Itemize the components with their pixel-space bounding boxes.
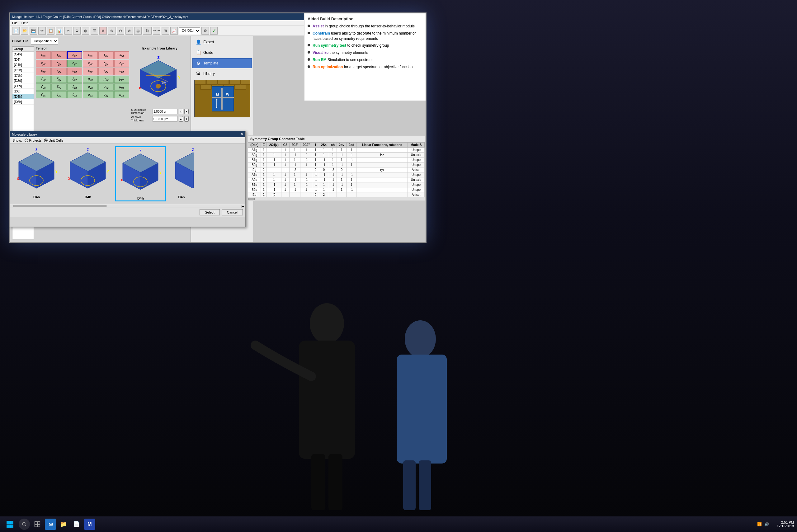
group-item[interactable]: {D6} — [13, 89, 34, 94]
toolbar-settings[interactable]: ⚙ — [73, 27, 81, 35]
tensor-cell: μzy — [98, 91, 113, 98]
expert-icon: 👤 — [195, 39, 202, 45]
toolbar-grid[interactable]: ⊞ — [162, 27, 169, 35]
tensor-cell: εxx — [36, 51, 51, 59]
w-decrement[interactable]: ▼ — [184, 116, 189, 122]
toolbar-sym3[interactable]: ⊙ — [117, 27, 124, 35]
tensor-cell: εxx — [83, 51, 98, 59]
group-item[interactable]: {D6h} — [13, 99, 34, 104]
toolbar-sym5[interactable]: ◎ — [134, 27, 141, 35]
search-button[interactable] — [19, 519, 30, 530]
date-display: 12/13/2018 — [777, 524, 794, 528]
toolbar-sym2[interactable]: ⊕ — [108, 27, 115, 35]
toolbar-copy[interactable]: 📋 — [47, 27, 55, 35]
svg-rect-23 — [221, 88, 223, 110]
scroll-thumb[interactable] — [13, 205, 107, 207]
menu-help[interactable]: Help — [21, 21, 29, 25]
menu-guide[interactable]: 📋 Guide — [192, 48, 252, 58]
template-icon: ⚙ — [195, 60, 202, 66]
select-button[interactable]: Select — [200, 209, 220, 215]
table-row: Eg 2 -22 0-20 (y)Anisot — [248, 168, 425, 172]
clock[interactable]: 2:51 PM 12/13/2018 — [777, 520, 794, 528]
mol-item-3[interactable]: X Y Z D4h — [115, 146, 166, 202]
projects-radio-label[interactable]: Projects — [24, 138, 42, 142]
unit-cells-radio[interactable] — [44, 138, 48, 142]
symmetry-dropdown[interactable]: C4 [001] — [179, 27, 200, 34]
menu-file[interactable]: File — [12, 21, 18, 25]
start-button[interactable] — [3, 517, 17, 531]
visualize-keyword: Visualize — [312, 51, 328, 55]
mol-library-scrollbar[interactable]: ▶ — [10, 204, 245, 208]
unit-cells-label: Unit Cells — [49, 138, 63, 142]
mol-library-close[interactable]: ✕ — [241, 132, 244, 136]
group-item[interactable]: {C4h} — [13, 62, 34, 68]
task-view-button[interactable] — [32, 519, 43, 530]
tensor-cell: εyz — [67, 60, 82, 67]
svg-line-66 — [25, 525, 26, 526]
cancel-button[interactable]: Cancel — [222, 209, 243, 215]
col-linear: Linear Functions, rotations — [357, 142, 408, 148]
svg-text:Z: Z — [36, 148, 37, 152]
group-item[interactable]: {C4v} — [13, 52, 34, 57]
mol-item-1[interactable]: X Y Z D4h — [13, 146, 61, 202]
projects-radio[interactable] — [24, 138, 28, 142]
desc-item-visualize: Visualize the symmetry elements — [308, 50, 422, 55]
menu-library[interactable]: 🏛 Library — [192, 69, 252, 79]
group-item[interactable]: {D3d} — [13, 78, 34, 83]
toolbar-chart2[interactable]: 📈 — [170, 27, 178, 35]
outlook-taskbar[interactable]: ✉ — [45, 519, 56, 530]
expert-label: Expert — [203, 40, 214, 44]
toolbar-sym4[interactable]: ⊗ — [126, 27, 133, 35]
toolbar-sij[interactable]: Sij — [143, 27, 152, 35]
mol-item-4[interactable]: Z D4h — [169, 146, 194, 202]
mol-item-2[interactable]: X Y Z D4h — [64, 146, 112, 202]
table-row: B1g 1-11 1-11 -111 -1-Unspe — [248, 157, 425, 163]
desc-text: Run EM Simulation to see spectrum — [312, 57, 373, 62]
svg-text:Z: Z — [139, 149, 141, 153]
w-increment[interactable]: ▲ — [179, 116, 183, 122]
char-table-scrollbar[interactable] — [248, 197, 425, 201]
toolbar-open[interactable]: 📂 — [21, 27, 28, 35]
unspecified-dropdown[interactable]: Unspecified — [31, 38, 58, 44]
group-item[interactable]: {D3h} — [13, 73, 34, 78]
symmetry-test-keyword: Run symmetry test — [312, 43, 346, 48]
toolbar-chart[interactable]: 📊 — [56, 27, 63, 35]
menu-expert[interactable]: 👤 Expert — [192, 37, 252, 47]
desc-text: Visualize the symmetry elements — [312, 50, 368, 55]
toolbar-settings2[interactable]: ⚙ — [202, 27, 209, 35]
tensor-cell: εzy — [98, 68, 113, 75]
toolbar-cut[interactable]: ✂ — [64, 27, 72, 35]
assist-keyword: Assist — [312, 24, 324, 28]
m-decrement[interactable]: ▼ — [184, 109, 189, 114]
table-row: B2u 1-11 -11-1 1-11 -1Unspe — [248, 187, 425, 192]
tensor-section: Tensor εxx εxy εxz εxx εxy εxz — [36, 46, 129, 122]
template-label: Template — [203, 61, 219, 65]
toolbar-symmetry1[interactable]: ⊛ — [82, 27, 89, 35]
toolbar-check[interactable]: ☑ — [91, 27, 98, 35]
toolbar-wave[interactable]: 〜〜 — [153, 27, 160, 35]
panel-title: Cubic Tile — [12, 39, 28, 43]
unit-cells-radio-label[interactable]: Unit Cells — [44, 138, 63, 142]
m-increment[interactable]: ▲ — [179, 109, 183, 114]
scroll-right[interactable]: ▶ — [242, 205, 244, 208]
toolbar-save[interactable]: 💾 — [30, 27, 37, 35]
char-table-scroll-thumb[interactable] — [248, 198, 255, 200]
toolbar-new[interactable]: 📄 — [12, 27, 20, 35]
mirage-taskbar[interactable]: M — [84, 519, 95, 530]
toolbar-edit[interactable]: ✏ — [38, 27, 46, 35]
group-item[interactable]: {C6v} — [13, 83, 34, 89]
w-dimension-input[interactable] — [153, 116, 177, 122]
toolbar-cross[interactable]: ⊗ — [99, 27, 107, 35]
svg-rect-63 — [6, 525, 10, 528]
library-icon: 🏛 — [195, 71, 202, 77]
explorer-taskbar[interactable]: 📁 — [58, 519, 69, 530]
m-dimension-input[interactable] — [153, 109, 177, 114]
group-item[interactable]: {D2h} — [13, 68, 34, 73]
svg-text:Y: Y — [178, 75, 181, 79]
acrobat-taskbar[interactable]: 📄 — [71, 519, 82, 530]
col-2ov: 2ov — [337, 142, 346, 148]
toolbar-checkmark[interactable]: ✓ — [210, 27, 217, 35]
menu-template[interactable]: ⚙ Template — [192, 58, 252, 68]
group-item[interactable]: {D4} — [13, 57, 34, 62]
group-item-d4h[interactable]: {D4h} — [13, 94, 34, 99]
